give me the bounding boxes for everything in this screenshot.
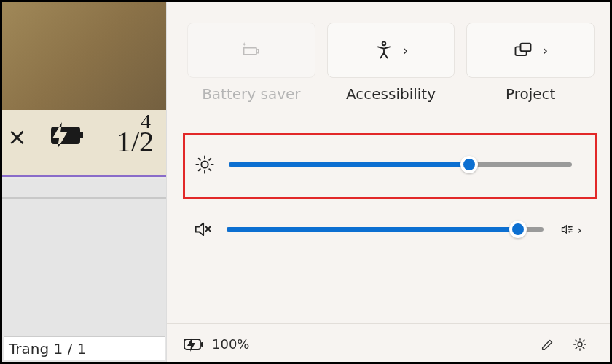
tiles-labels-row: Battery saver Accessibility Project [187,85,595,103]
audio-output-icon [560,222,575,237]
chevron-right-icon: › [403,41,409,59]
brightness-highlight [183,133,597,199]
chevron-right-icon: › [576,222,581,237]
volume-output-button[interactable]: › [557,222,586,237]
svg-line-11 [209,159,211,160]
project-icon [513,40,533,60]
page-status-text: Trang 1 / 1 [9,340,86,357]
volume-mute-icon[interactable] [192,219,213,240]
svg-point-22 [578,342,582,347]
svg-point-18 [570,229,572,230]
pencil-icon [540,336,556,352]
battery-saver-tile [187,23,315,78]
svg-rect-21 [201,342,203,347]
close-mark: × [7,123,27,151]
panel-bottom-bar: 100% [167,323,612,364]
tiles-row: › › [187,23,595,78]
svg-point-17 [569,226,570,228]
svg-point-0 [382,42,385,46]
accessibility-icon [374,40,394,60]
brightness-icon [194,154,216,175]
svg-line-8 [199,159,200,160]
volume-row: › [187,219,595,240]
battery-saver-icon [241,40,262,60]
accessibility-label: Accessibility [327,85,455,103]
svg-point-3 [201,161,208,167]
background-strip: × 4 1/2 [2,110,166,177]
chevron-right-icon: › [542,41,548,59]
svg-line-9 [209,169,211,170]
battery-charging-icon [183,336,205,352]
volume-slider[interactable] [227,219,544,240]
battery-saver-label: Battery saver [187,85,315,103]
battery-status[interactable]: 100% [183,336,249,352]
gear-icon [572,336,588,352]
charging-battery-icon [41,121,85,150]
svg-rect-2 [521,44,531,51]
quick-settings-panel: › › Battery saver Accessibility Project [166,2,612,364]
background-image-region [2,2,166,110]
project-label: Project [466,85,595,103]
fraction-main: 1/2 [117,124,154,159]
page-status-bar: Trang 1 / 1 [4,336,165,360]
edit-button[interactable] [532,328,564,360]
brightness-slider[interactable] [229,154,572,175]
settings-button[interactable] [564,328,596,360]
accessibility-tile[interactable]: › [327,23,455,78]
project-tile[interactable]: › [466,23,595,78]
svg-point-19 [569,231,570,232]
svg-line-10 [199,169,200,170]
battery-level-text: 100% [212,336,249,352]
